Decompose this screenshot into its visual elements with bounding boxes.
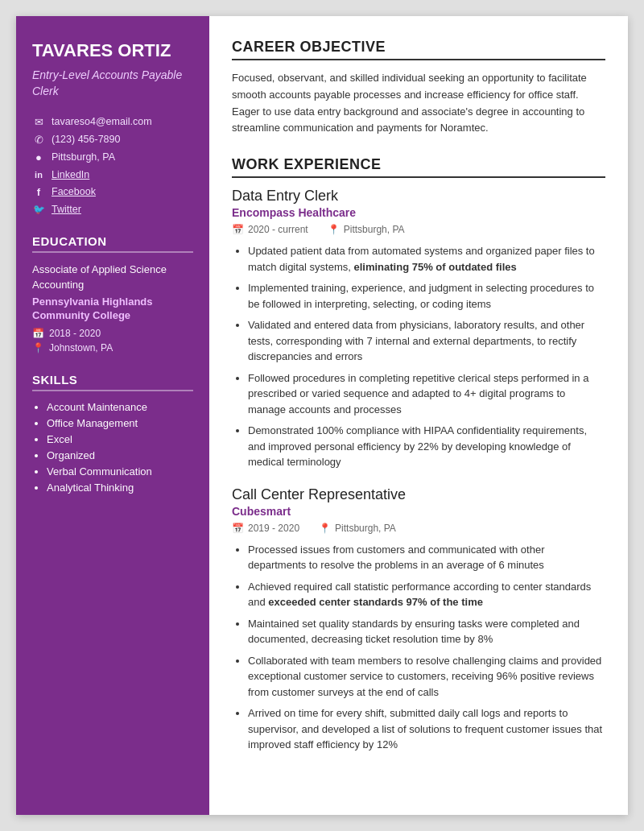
job-2-bullets: Processed issues from customers and comm… xyxy=(232,542,605,753)
job-1-title: Data Entry Clerk xyxy=(232,188,605,205)
contact-phone: ✆ (123) 456-7890 xyxy=(32,134,193,146)
contact-email: ✉ tavareso4@email.com xyxy=(32,116,193,128)
job-1: Data Entry Clerk Encompass Healthcare 📅 … xyxy=(232,188,605,470)
main-content: CAREER OBJECTIVE Focused, observant, and… xyxy=(209,16,628,815)
skills-heading: SKILLS xyxy=(32,373,193,391)
contact-twitter[interactable]: 🐦 Twitter xyxy=(32,204,193,215)
contact-list: ✉ tavareso4@email.com ✆ (123) 456-7890 ●… xyxy=(32,116,193,215)
bullet-item: Maintained set quality standards by ensu… xyxy=(248,616,605,647)
job-2-meta: 📅 2019 - 2020 📍 Pittsburgh, PA xyxy=(232,523,605,534)
job-1-company: Encompass Healthcare xyxy=(232,206,605,219)
pin-icon: 📍 xyxy=(328,224,340,235)
contact-location: ● Pittsburgh, PA xyxy=(32,151,193,163)
contact-linkedin[interactable]: in LinkedIn xyxy=(32,169,193,180)
twitter-icon: 🐦 xyxy=(32,204,45,215)
bullet-item: Updated patient data from automated syst… xyxy=(248,243,605,275)
edu-degree: Associate of Applied Science xyxy=(32,263,193,277)
job-2-location: 📍 Pittsburgh, PA xyxy=(319,523,396,534)
phone-icon: ✆ xyxy=(32,134,45,146)
calendar-icon: 📅 xyxy=(32,328,44,339)
bullet-item: Validated and entered data from physicia… xyxy=(248,317,605,365)
job-2: Call Center Representative Cubesmart 📅 2… xyxy=(232,486,605,753)
edu-location: 📍 Johnstown, PA xyxy=(32,342,193,353)
pin-icon: 📍 xyxy=(319,523,331,534)
skill-item: Excel xyxy=(47,433,193,445)
bullet-item: Implemented training, experience, and ju… xyxy=(248,280,605,312)
skill-item: Organized xyxy=(47,449,193,461)
job-2-years: 📅 2019 - 2020 xyxy=(232,523,299,534)
calendar-icon: 📅 xyxy=(232,224,244,235)
linkedin-icon: in xyxy=(32,170,45,180)
edu-years: 📅 2018 - 2020 xyxy=(32,328,193,339)
bullet-item: Demonstrated 100% compliance with HIPAA … xyxy=(248,423,605,470)
edu-school: Pennsylvania Highlands Community College xyxy=(32,296,193,323)
edu-major: Accounting xyxy=(32,279,193,291)
bullet-item: Processed issues from customers and comm… xyxy=(248,542,605,573)
pin-icon: 📍 xyxy=(32,342,44,353)
email-icon: ✉ xyxy=(32,116,45,128)
job-2-company: Cubesmart xyxy=(232,505,605,518)
contact-facebook[interactable]: f Facebook xyxy=(32,186,193,198)
sidebar: TAVARES ORTIZ Entry-Level Accounts Payab… xyxy=(16,16,209,815)
calendar-icon: 📅 xyxy=(232,523,244,534)
job-1-years: 📅 2020 - current xyxy=(232,224,308,235)
skills-list: Account Maintenance Office Management Ex… xyxy=(32,401,193,494)
career-objective-heading: CAREER OBJECTIVE xyxy=(232,39,605,60)
skill-item: Account Maintenance xyxy=(47,401,193,413)
skill-item: Office Management xyxy=(47,417,193,429)
job-1-meta: 📅 2020 - current 📍 Pittsburgh, PA xyxy=(232,224,605,235)
job-1-location: 📍 Pittsburgh, PA xyxy=(328,224,405,235)
bullet-item: Arrived on time for every shift, submitt… xyxy=(248,705,605,753)
job-2-title: Call Center Representative xyxy=(232,486,605,503)
career-objective-text: Focused, observant, and skilled individu… xyxy=(232,70,605,137)
job-1-bullets: Updated patient data from automated syst… xyxy=(232,243,605,470)
location-icon: ● xyxy=(32,151,45,163)
bullet-item: Followed procedures in completing repeti… xyxy=(248,370,605,418)
skill-item: Analytical Thinking xyxy=(47,482,193,494)
candidate-title: Entry-Level Accounts Payable Clerk xyxy=(32,68,193,99)
facebook-icon: f xyxy=(32,186,45,198)
skill-item: Verbal Communication xyxy=(47,465,193,478)
resume-container: TAVARES ORTIZ Entry-Level Accounts Payab… xyxy=(16,16,628,815)
candidate-name: TAVARES ORTIZ xyxy=(32,40,193,61)
bullet-item: Collaborated with team members to resolv… xyxy=(248,653,605,701)
bullet-item: Achieved required call statistic perform… xyxy=(248,579,605,610)
education-heading: EDUCATION xyxy=(32,234,193,253)
work-experience-heading: WORK EXPERIENCE xyxy=(232,156,605,178)
